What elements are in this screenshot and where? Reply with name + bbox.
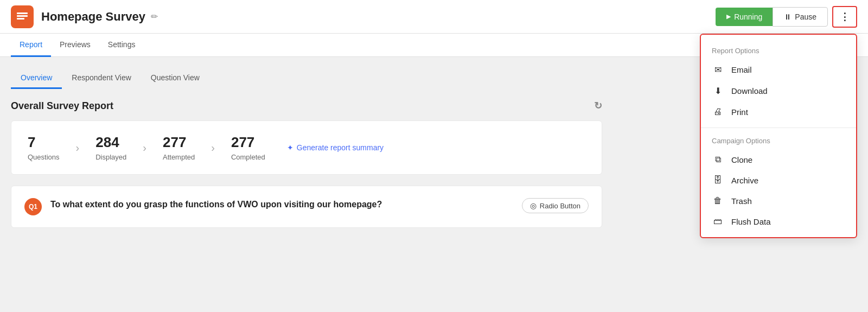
tab-settings[interactable]: Settings: [99, 34, 144, 57]
running-button[interactable]: Running: [716, 8, 773, 26]
question-type-badge: Radio Button: [522, 198, 589, 213]
tab-previews[interactable]: Previews: [51, 34, 99, 57]
stat-displayed: 284 Displayed: [95, 134, 126, 161]
sub-tab-question-view[interactable]: Question View: [141, 68, 209, 89]
dropdown-item-clone[interactable]: ⧉ Clone: [701, 149, 856, 170]
sub-tab-respondent-view[interactable]: Respondent View: [62, 68, 141, 89]
logo-icon: [16, 10, 29, 23]
tab-report[interactable]: Report: [11, 34, 51, 57]
app-container: Homepage Survey ✏ Running ⏸ Pause ⋮ Repo…: [0, 0, 868, 312]
email-icon: ✉: [712, 65, 724, 75]
question-card: Q1 To what extent do you grasp the funct…: [11, 186, 602, 228]
clone-icon: ⧉: [712, 155, 724, 164]
sub-tab-overview[interactable]: Overview: [11, 68, 62, 89]
dropdown-item-trash[interactable]: 🗑 Trash: [701, 190, 856, 211]
question-text: To what extent do you grasp the function…: [50, 198, 513, 211]
dropdown-divider: [701, 128, 856, 128]
pause-button[interactable]: ⏸ Pause: [773, 7, 828, 27]
campaign-options-label: Campaign Options: [701, 133, 856, 149]
flush-data-icon: 🗃: [712, 217, 724, 226]
archive-icon: 🗄: [712, 175, 724, 185]
stat-attempted: 277 Attempted: [163, 134, 195, 161]
stat-completed: 277 Completed: [231, 134, 265, 161]
pause-icon: ⏸: [784, 12, 792, 21]
dropdown-item-archive[interactable]: 🗄 Archive: [701, 170, 856, 190]
more-button[interactable]: ⋮: [832, 6, 857, 28]
svg-rect-0: [17, 12, 28, 14]
svg-rect-1: [17, 15, 28, 17]
print-icon: 🖨: [712, 107, 724, 117]
arrow-3: ›: [211, 142, 215, 154]
dropdown-menu: Report Options ✉ Email ⬇ Download 🖨 Prin…: [700, 34, 857, 238]
dropdown-item-flush-data[interactable]: 🗃 Flush Data: [701, 211, 856, 232]
edit-icon[interactable]: ✏: [151, 11, 158, 22]
report-options-label: Report Options: [701, 43, 856, 59]
section-title: Overall Survey Report ↻: [11, 100, 602, 112]
arrow-1: ›: [76, 142, 80, 154]
generate-summary-button[interactable]: Generate report summary: [287, 143, 384, 152]
download-icon: ⬇: [712, 86, 724, 96]
arrow-2: ›: [143, 142, 146, 154]
refresh-icon[interactable]: ↻: [594, 100, 602, 112]
main-content: Overview Respondent View Question View O…: [0, 57, 613, 239]
stat-questions: 7 Questions: [28, 134, 60, 161]
dropdown-item-print[interactable]: 🖨 Print: [701, 101, 856, 122]
question-badge: Q1: [24, 198, 42, 215]
page-title: Homepage Survey: [41, 10, 145, 24]
dropdown-item-download[interactable]: ⬇ Download: [701, 80, 856, 101]
pause-label: Pause: [795, 12, 816, 21]
logo: [11, 5, 34, 28]
stats-card: 7 Questions › 284 Displayed › 277 Attemp…: [11, 120, 602, 175]
header: Homepage Survey ✏ Running ⏸ Pause ⋮: [0, 0, 868, 34]
dropdown-item-email[interactable]: ✉ Email: [701, 59, 856, 80]
trash-icon: 🗑: [712, 196, 724, 206]
sub-tabs: Overview Respondent View Question View: [11, 68, 602, 89]
svg-rect-2: [17, 18, 24, 20]
